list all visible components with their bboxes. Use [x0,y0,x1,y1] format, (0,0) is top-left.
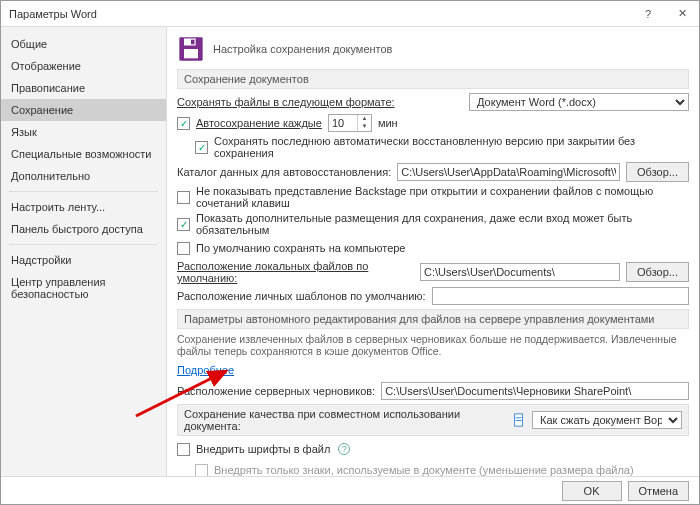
group-save-docs: Сохранение документов [177,69,689,89]
default-pc-checkbox[interactable] [177,242,190,255]
ok-button[interactable]: OK [562,481,622,501]
tmpl-loc-input[interactable] [432,287,689,305]
default-pc-label: По умолчанию сохранять на компьютере [196,242,405,254]
catalog-browse-button[interactable]: Обзор... [626,162,689,182]
group-offline: Параметры автономного редактирования для… [177,309,689,329]
title-bar: Параметры Word ? ✕ [1,1,699,27]
svg-rect-6 [516,420,522,421]
autosave-minutes-spinner[interactable]: ▲▼ [328,114,372,132]
embed-fonts-label: Внедрить шрифты в файл [196,443,330,455]
no-backstage-checkbox[interactable] [177,191,190,204]
cancel-button[interactable]: Отмена [628,481,689,501]
autosave-checkbox[interactable]: ✓ [177,117,190,130]
close-icon[interactable]: ✕ [665,1,699,27]
quality-doc-select[interactable]: Как сжать документ Ворд [532,411,682,429]
show-additional-label: Показать дополнительные размещения для с… [196,212,689,236]
autosave-label: Автосохранение каждые [196,117,322,129]
save-format-select[interactable]: Документ Word (*.docx) [469,93,689,111]
sidebar-item-save[interactable]: Сохранение [1,99,166,121]
footer: OK Отмена [1,476,699,504]
svg-rect-3 [191,40,195,45]
local-loc-input[interactable] [420,263,620,281]
catalog-label: Каталог данных для автовосстановления: [177,166,391,178]
help-icon[interactable]: ? [631,1,665,27]
keep-last-label: Сохранять последнюю автоматически восста… [214,135,689,159]
sidebar-item-addins[interactable]: Надстройки [1,249,166,271]
help-icon-embed[interactable]: ? [338,443,350,455]
keep-last-checkbox[interactable]: ✓ [195,141,208,154]
learn-more-link[interactable]: Подробнее [177,364,234,376]
sidebar-item-access[interactable]: Специальные возможности [1,143,166,165]
sidebar-item-ribbon[interactable]: Настроить ленту... [1,196,166,218]
embed-only-checkbox [195,464,208,477]
window-title: Параметры Word [9,8,97,20]
sidebar-item-advanced[interactable]: Дополнительно [1,165,166,187]
panel-title: Настройка сохранения документов [213,43,392,55]
offline-note: Сохранение извлеченных файлов в серверны… [177,333,689,357]
sidebar: Общие Отображение Правописание Сохранени… [1,27,167,477]
content-panel: Настройка сохранения документов Сохранен… [167,27,699,477]
server-drafts-input[interactable] [381,382,689,400]
panel-header: Настройка сохранения документов [177,35,689,63]
sidebar-item-display[interactable]: Отображение [1,55,166,77]
catalog-input[interactable] [397,163,620,181]
local-loc-browse-button[interactable]: Обзор... [626,262,689,282]
tmpl-loc-label: Расположение личных шаблонов по умолчани… [177,290,426,302]
embed-only-label: Внедрять только знаки, используемые в до… [214,464,634,476]
embed-fonts-checkbox[interactable] [177,443,190,456]
sidebar-item-language[interactable]: Язык [1,121,166,143]
local-loc-label: Расположение локальных файлов по умолчан… [177,260,414,284]
sidebar-item-qat[interactable]: Панель быстрого доступа [1,218,166,240]
sidebar-item-proofing[interactable]: Правописание [1,77,166,99]
sidebar-item-trust[interactable]: Центр управления безопасностью [1,271,166,305]
sidebar-item-general[interactable]: Общие [1,33,166,55]
show-additional-checkbox[interactable]: ✓ [177,218,190,231]
server-drafts-label: Расположение серверных черновиков: [177,385,375,397]
group-quality: Сохранение качества при совместном испол… [177,404,689,436]
save-format-label: Сохранять файлы в следующем формате: [177,96,395,108]
no-backstage-label: Не показывать представление Backstage пр… [196,185,689,209]
save-icon [177,35,205,63]
document-icon [512,413,526,427]
autosave-unit: мин [378,117,398,129]
svg-rect-5 [516,417,522,418]
svg-rect-2 [184,49,198,58]
